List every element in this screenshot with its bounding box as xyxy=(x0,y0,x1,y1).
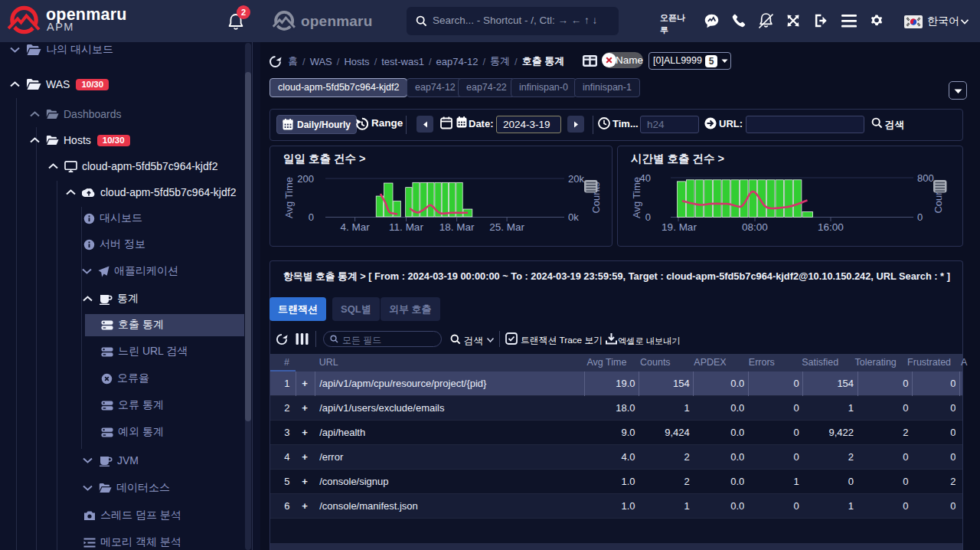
svg-text:18. Mar: 18. Mar xyxy=(439,221,475,233)
svg-text:0k: 0k xyxy=(568,211,579,223)
svg-text:Avg Time: Avg Time xyxy=(283,177,295,218)
svg-text:4. Mar: 4. Mar xyxy=(340,221,370,233)
svg-text:시간별 호출 건수 >: 시간별 호출 건수 > xyxy=(631,152,724,165)
svg-text:16:00: 16:00 xyxy=(818,221,844,233)
svg-text:0: 0 xyxy=(917,211,923,223)
svg-text:08:00: 08:00 xyxy=(742,221,768,233)
svg-text:20k: 20k xyxy=(568,173,584,185)
svg-text:11. Mar: 11. Mar xyxy=(389,221,423,233)
svg-text:19. Mar: 19. Mar xyxy=(662,221,697,233)
svg-text:0: 0 xyxy=(309,211,314,223)
svg-text:Avg Time: Avg Time xyxy=(631,177,642,218)
svg-text:800: 800 xyxy=(917,172,934,184)
svg-text:200: 200 xyxy=(297,173,314,185)
svg-text:25. Mar: 25. Mar xyxy=(489,221,524,233)
svg-text:일일 호출 건수 >: 일일 호출 건수 > xyxy=(283,152,366,165)
svg-text:0: 0 xyxy=(645,211,651,223)
